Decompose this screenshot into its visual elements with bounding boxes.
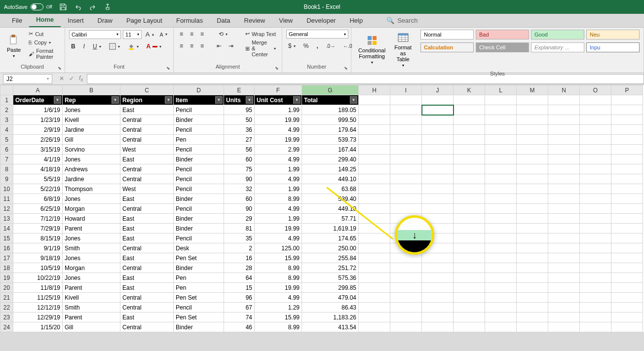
cell-B19[interactable]: Jones xyxy=(63,273,120,283)
row-header-1[interactable]: 1 xyxy=(0,95,13,105)
cell-F19[interactable]: 8.99 xyxy=(255,273,302,283)
cell-N7[interactable] xyxy=(548,155,580,164)
cell-F10[interactable]: 1.99 xyxy=(255,184,302,194)
filter-arrow-icon[interactable]: ▼ xyxy=(350,96,357,104)
launcher-icon[interactable]: ⬊ xyxy=(58,66,64,72)
cell-I18[interactable] xyxy=(390,263,422,273)
cell-D10[interactable]: Pencil xyxy=(174,184,224,194)
touch-mode-icon[interactable] xyxy=(104,3,112,11)
col-header-P[interactable]: P xyxy=(611,85,643,95)
increase-indent-button[interactable]: ⇥ xyxy=(227,41,235,50)
cell-H6[interactable] xyxy=(359,145,390,155)
cell-F18[interactable]: 8.99 xyxy=(255,263,302,273)
col-header-I[interactable]: I xyxy=(390,85,422,95)
cell-E19[interactable]: 64 xyxy=(224,273,255,283)
cell-G1[interactable]: Total▼ xyxy=(302,95,359,105)
cell-D15[interactable]: Pencil xyxy=(174,234,224,243)
cell-D2[interactable]: Pencil xyxy=(174,105,224,115)
cell-D23[interactable]: Pen Set xyxy=(174,312,224,322)
cell-F23[interactable]: 15.99 xyxy=(255,312,302,322)
cell-K1[interactable] xyxy=(454,95,485,105)
cell-L21[interactable] xyxy=(485,293,517,303)
cell-B17[interactable]: Jones xyxy=(63,253,120,263)
cell-J9[interactable] xyxy=(422,174,454,184)
style-neutral[interactable]: Neu xyxy=(586,30,640,39)
launcher-icon[interactable]: ⬊ xyxy=(275,66,281,72)
undo-icon[interactable] xyxy=(74,3,82,11)
comma-button[interactable]: , xyxy=(314,41,320,50)
cell-P1[interactable] xyxy=(611,95,643,105)
cell-D3[interactable]: Binder xyxy=(174,115,224,125)
cell-B15[interactable]: Jones xyxy=(63,234,120,243)
cell-E7[interactable]: 60 xyxy=(224,155,255,164)
cell-C12[interactable]: Central xyxy=(120,204,174,214)
cell-D4[interactable]: Pencil xyxy=(174,125,224,135)
cell-E17[interactable]: 16 xyxy=(224,253,255,263)
style-bad[interactable]: Bad xyxy=(476,30,529,39)
cell-O14[interactable] xyxy=(580,224,611,234)
underline-button[interactable]: U ▾ xyxy=(91,42,103,51)
cell-H20[interactable] xyxy=(359,283,390,293)
cell-C14[interactable]: East xyxy=(120,224,174,234)
cell-J17[interactable] xyxy=(422,253,454,263)
cell-C22[interactable]: Central xyxy=(120,303,174,312)
cell-F8[interactable]: 1.99 xyxy=(255,164,302,174)
cell-N16[interactable] xyxy=(548,243,580,253)
cell-E22[interactable]: 67 xyxy=(224,303,255,312)
cell-P23[interactable] xyxy=(611,312,643,322)
cell-J3[interactable] xyxy=(422,115,454,125)
row-header-8[interactable]: 8 xyxy=(0,164,13,174)
cell-O13[interactable] xyxy=(580,214,611,224)
cell-C6[interactable]: West xyxy=(120,145,174,155)
cell-H23[interactable] xyxy=(359,312,390,322)
cell-K15[interactable] xyxy=(454,234,485,243)
cell-O3[interactable] xyxy=(580,115,611,125)
style-normal[interactable]: Normal xyxy=(420,30,474,39)
cell-L2[interactable] xyxy=(485,105,517,115)
row-header-13[interactable]: 13 xyxy=(0,214,13,224)
cell-G20[interactable]: 299.85 xyxy=(302,283,359,293)
cell-P13[interactable] xyxy=(611,214,643,224)
cell-A23[interactable]: 12/29/19 xyxy=(13,312,63,322)
cell-O16[interactable] xyxy=(580,243,611,253)
cell-A11[interactable]: 6/8/19 xyxy=(13,194,63,204)
cell-N18[interactable] xyxy=(548,263,580,273)
cell-A15[interactable]: 8/15/19 xyxy=(13,234,63,243)
cell-J20[interactable] xyxy=(422,283,454,293)
filter-arrow-icon[interactable]: ▼ xyxy=(215,96,223,104)
cell-H8[interactable] xyxy=(359,164,390,174)
cell-E15[interactable]: 35 xyxy=(224,234,255,243)
paste-button[interactable]: Paste ▾ xyxy=(4,30,24,63)
cell-A13[interactable]: 7/12/19 xyxy=(13,214,63,224)
cell-N24[interactable] xyxy=(548,322,580,332)
cell-P6[interactable] xyxy=(611,145,643,155)
cell-H3[interactable] xyxy=(359,115,390,125)
cell-B2[interactable]: Jones xyxy=(63,105,120,115)
cell-P16[interactable] xyxy=(611,243,643,253)
cell-E13[interactable]: 29 xyxy=(224,214,255,224)
cell-P21[interactable] xyxy=(611,293,643,303)
cell-F20[interactable]: 19.99 xyxy=(255,283,302,293)
filter-arrow-icon[interactable]: ▼ xyxy=(293,96,301,104)
cell-F6[interactable]: 2.99 xyxy=(255,145,302,155)
col-header-C[interactable]: C xyxy=(120,85,174,95)
cell-O20[interactable] xyxy=(580,283,611,293)
cell-D24[interactable]: Binder xyxy=(174,322,224,332)
cell-N10[interactable] xyxy=(548,184,580,194)
cell-J18[interactable] xyxy=(422,263,454,273)
cell-H19[interactable] xyxy=(359,273,390,283)
cell-L19[interactable] xyxy=(485,273,517,283)
bold-button[interactable]: B xyxy=(69,42,77,51)
cell-M12[interactable] xyxy=(517,204,548,214)
cell-B14[interactable]: Parent xyxy=(63,224,120,234)
cell-I12[interactable] xyxy=(390,204,422,214)
cell-H1[interactable] xyxy=(359,95,390,105)
cell-E9[interactable]: 90 xyxy=(224,174,255,184)
cell-L10[interactable] xyxy=(485,184,517,194)
cell-A6[interactable]: 3/15/19 xyxy=(13,145,63,155)
cell-K13[interactable] xyxy=(454,214,485,224)
row-header-20[interactable]: 20 xyxy=(0,283,13,293)
cell-B3[interactable]: Kivell xyxy=(63,115,120,125)
cell-I20[interactable] xyxy=(390,283,422,293)
cell-J10[interactable] xyxy=(422,184,454,194)
